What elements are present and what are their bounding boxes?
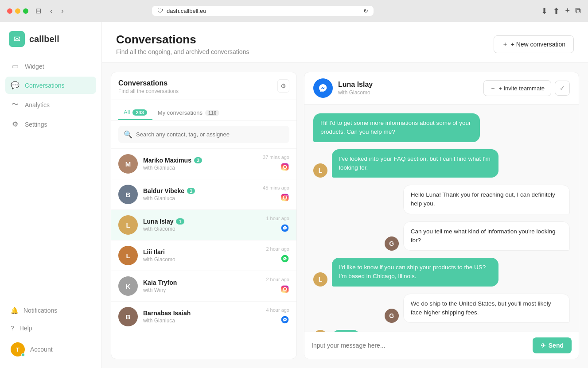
send-label: Send [549,342,564,349]
conv-meta: 45 mins ago [263,185,289,204]
search-bar: 🔍 [111,120,296,149]
back-button[interactable]: ‹ [48,5,54,17]
settings-icon: ⚙ [11,120,19,128]
message-row: Can you tell me what kind of information… [313,221,570,251]
notifications-item[interactable]: 🔔 Notifications [5,302,96,318]
sidebar-item-conversations[interactable]: 💬 Conversations [5,77,96,94]
help-label: Help [19,325,32,332]
message-bubble: I've looked into your FAQ section, but I… [332,149,498,178]
instagram-icon [280,285,289,296]
sidebar-item-settings[interactable]: ⚙ Settings [5,116,96,133]
avatar: G [385,236,399,251]
tab-all-count: 243 [132,109,147,116]
conv-item[interactable]: K Kaia Tryfon with Winy 2 hour ago [111,271,296,302]
help-item[interactable]: ? Help [5,320,96,336]
sidebar-nav: ▭ Widget 💬 Conversations 〜 Analytics ⚙ S… [0,58,101,297]
help-icon: ? [11,325,14,332]
search-input[interactable] [136,129,284,139]
gear-button[interactable]: ⚙ [277,79,289,93]
new-conversation-button[interactable]: ＋ + New conversation [494,35,574,53]
conv-item[interactable]: L Luna Islay 1 with Giacomo 1 hour ago [111,210,296,240]
close-dot [7,8,12,14]
conv-time: 2 hour ago [266,277,289,282]
tabs-icon[interactable]: ⧉ [575,6,581,16]
chat-messages: Hi! I'd to get some more informations ab… [304,105,579,332]
account-item[interactable]: T Account [5,338,96,361]
app: ✉ callbell ▭ Widget 💬 Conversations 〜 An… [0,22,588,368]
conv-info: Kaia Tryfon with Winy [143,279,261,293]
conv-item[interactable]: B Barnabas Isaiah with Gianluca 4 hour a… [111,302,296,332]
instagram-icon [280,163,289,174]
forward-button[interactable]: › [59,5,65,17]
search-input-wrap: 🔍 [118,126,289,143]
conv-meta: 37 mins ago [263,155,289,174]
traffic-lights [7,8,28,14]
page-subtitle: Find all the ongoing, and archived conve… [116,48,249,55]
conv-info: Barnabas Isaiah with Gianluca [143,310,261,324]
conv-tabs: All 243 My conversations 116 [111,100,296,120]
maximize-dot [23,8,28,14]
share-icon[interactable]: ⬆ [553,6,560,16]
sidebar: ✉ callbell ▭ Widget 💬 Conversations 〜 An… [0,22,102,368]
conv-meta: 2 hour ago [266,246,289,265]
avatar: G [385,309,399,323]
message-row: Hi! I'd to get some more informations ab… [313,113,570,142]
svg-rect-8 [281,285,289,293]
conv-name: Kaia Tryfon [143,279,177,286]
chat-header: Luna Islay with Giacomo ＋ + Invite teamm… [304,72,579,105]
conv-assignee: with Winy [143,287,261,293]
conv-meta: 4 hour ago [266,307,289,326]
avatar: B [118,185,138,204]
conv-info: Mariko Maximus 3 with Gianluca [143,157,257,171]
account-label: Account [30,346,53,353]
reload-icon[interactable]: ↻ [363,8,368,14]
sidebar-item-analytics[interactable]: 〜 Analytics [5,96,96,114]
minimize-dot [15,8,20,14]
bell-icon: 🔔 [11,307,18,314]
resolve-button[interactable]: ✓ [555,81,570,96]
message-input[interactable] [312,340,528,351]
conv-item[interactable]: L Liii Ilari with Giacomo 2 hour ago [111,240,296,271]
avatar: T [11,342,25,356]
address-bar: 🛡 dash.callbell.eu ↻ [152,6,374,16]
new-tab-icon[interactable]: + [565,6,570,16]
tab-all[interactable]: All 243 [118,105,152,120]
download-icon[interactable]: ⬇ [541,6,548,16]
avatar: M [118,154,138,174]
shield-icon: 🛡 [157,8,163,14]
conv-item[interactable]: M Mariko Maximus 3 with Gianluca 37 mins… [111,149,296,179]
logo-text: callbell [29,34,59,44]
messenger-channel-icon [313,78,333,98]
conversations-icon: 💬 [11,81,19,89]
send-button[interactable]: ✈ Send [533,337,572,353]
avatar: L [118,215,138,235]
svg-point-2 [287,164,288,165]
sidebar-item-label: Analytics [25,101,50,108]
tab-mine[interactable]: My conversations 116 [152,106,225,120]
unread-badge: 1 [176,218,184,225]
page-title: Conversations [116,33,249,46]
conv-assignee: with Giacomo [143,226,261,232]
main-header: Conversations Find all the ongoing, and … [102,22,588,63]
sidebar-bottom: 🔔 Notifications ? Help T Account [0,297,101,368]
conv-assignee: with Gianluca [143,318,261,324]
messenger-icon [280,224,289,235]
unread-badge: 1 [187,188,195,194]
avatar: L [313,163,327,178]
conv-item[interactable]: B Baldur Vibeke 1 with Gianluca 45 mins … [111,179,296,210]
conv-info: Liii Ilari with Giacomo [143,248,261,263]
new-conversation-label: + New conversation [511,41,565,48]
browser-chrome: ⊟ ‹ › 🛡 dash.callbell.eu ↻ ⬇ ⬆ + ⧉ [0,0,588,22]
message-bubble: We do ship to the United States, but you… [403,294,570,323]
sidebar-item-widget[interactable]: ▭ Widget [5,58,96,75]
sidebar-toggle-button[interactable]: ⊟ [34,5,43,17]
sidebar-item-label: Conversations [25,82,65,89]
chat-header-actions: ＋ + Invite teammate ✓ [483,80,570,96]
invite-teammate-button[interactable]: ＋ + Invite teammate [483,80,551,96]
avatar: L [313,272,327,287]
conv-list: M Mariko Maximus 3 with Gianluca 37 mins… [111,149,296,359]
svg-rect-0 [281,163,289,170]
browser-actions: ⬇ ⬆ + ⧉ [541,6,581,16]
sidebar-item-label: Widget [25,63,44,70]
message-row: Hello Luna! Thank you for reaching out, … [313,185,570,214]
